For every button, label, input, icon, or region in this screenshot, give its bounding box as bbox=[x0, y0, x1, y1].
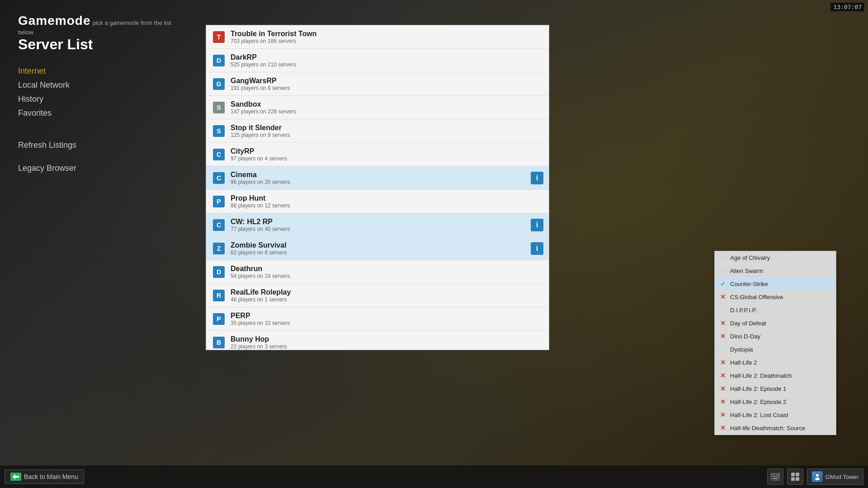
item-name: Prop Hunt bbox=[231, 194, 543, 202]
dropdown-item-label: Half-Life 2: Episode 1 bbox=[730, 385, 786, 392]
grid-icon-button[interactable] bbox=[787, 469, 803, 485]
item-icon: R bbox=[212, 288, 226, 303]
dropdown-item-label: Dino D-Day bbox=[730, 333, 760, 340]
nav-favorites[interactable]: Favorites bbox=[18, 108, 181, 118]
svg-marker-0 bbox=[13, 474, 19, 479]
dropdown-item[interactable]: ✕Half-life Deathmatch: Source bbox=[715, 422, 836, 435]
info-button[interactable]: i bbox=[531, 219, 543, 231]
item-name: GangWarsRP bbox=[231, 77, 543, 85]
item-sub: 46 players on 1 servers bbox=[231, 296, 543, 303]
item-icon: S bbox=[212, 100, 226, 115]
clock: 13:07:07 bbox=[830, 3, 864, 11]
item-sub: 22 players on 3 servers bbox=[231, 343, 543, 350]
list-item[interactable]: DDeathrun54 players on 24 servers bbox=[206, 260, 549, 284]
dropdown-item[interactable]: ✕Half-Life 2: Episode 2 bbox=[715, 395, 836, 408]
dropdown-item[interactable]: ·Alien Swarm bbox=[715, 264, 836, 277]
svg-rect-10 bbox=[776, 476, 777, 477]
item-sub: 147 players on 228 servers bbox=[231, 108, 543, 115]
back-icon bbox=[10, 473, 21, 481]
item-sub: 54 players on 24 servers bbox=[231, 273, 543, 279]
dropdown-item-icon: ✕ bbox=[718, 384, 727, 393]
dropdown-item-icon: · bbox=[718, 345, 727, 354]
list-item[interactable]: GGangWarsRP191 players on 8 servers bbox=[206, 72, 549, 96]
item-name: Stop it Slender bbox=[231, 124, 543, 132]
dropdown-item-icon: ✕ bbox=[718, 410, 727, 419]
item-icon: P bbox=[212, 194, 226, 209]
nav-history[interactable]: History bbox=[18, 94, 181, 104]
gmod-tower-button[interactable]: GMod Tower bbox=[807, 469, 863, 485]
dropdown-item[interactable]: ✕Half-Life 2: Deathmatch bbox=[715, 369, 836, 382]
svg-rect-16 bbox=[796, 477, 799, 481]
dropdown-item[interactable]: ·Age of Chivalry bbox=[715, 251, 836, 264]
svg-rect-12 bbox=[773, 478, 778, 479]
list-item[interactable]: DDarkRP525 players on 210 servers bbox=[206, 49, 549, 72]
svg-rect-15 bbox=[791, 477, 795, 481]
back-label: Back to Main Menu bbox=[24, 473, 78, 480]
item-name: Sandbox bbox=[231, 100, 543, 108]
dropdown-item[interactable]: ·Dystopia bbox=[715, 343, 836, 356]
svg-rect-5 bbox=[776, 474, 777, 475]
list-item[interactable]: CCinema96 players on 20 serversi bbox=[206, 166, 549, 190]
item-icon: D bbox=[212, 265, 226, 279]
list-item[interactable]: BBunny Hop22 players on 3 servers bbox=[206, 331, 549, 350]
dropdown-item-icon: · bbox=[718, 266, 727, 275]
dropdown-item[interactable]: ✕CS:Global Offensive bbox=[715, 291, 836, 304]
keyboard-icon-button[interactable] bbox=[767, 469, 783, 485]
dropdown-item-label: Half-Life 2: Lost Coast bbox=[730, 412, 788, 418]
dropdown-item[interactable]: ·D.I.P.P.I.P. bbox=[715, 304, 836, 317]
dropdown-item[interactable]: ✕Half-Life 2: Episode 1 bbox=[715, 382, 836, 395]
legacy-browser-button[interactable]: Legacy Browser bbox=[18, 164, 76, 173]
refresh-listings-button[interactable]: Refresh Listings bbox=[18, 141, 76, 150]
item-name: CW: HL2 RP bbox=[231, 218, 531, 226]
dropdown-item-icon: ✕ bbox=[718, 319, 727, 328]
dropdown-item-icon: ✓ bbox=[718, 279, 727, 288]
info-button[interactable]: i bbox=[531, 172, 543, 184]
nav-list: Internet Local Network History Favorites bbox=[18, 66, 181, 118]
list-item[interactable]: TTrouble in Terrorist Town703 players on… bbox=[206, 25, 549, 49]
item-sub: 191 players on 8 servers bbox=[231, 85, 543, 91]
item-name: RealLife Roleplay bbox=[231, 288, 543, 296]
dropdown-item-label: Age of Chivalry bbox=[730, 254, 770, 261]
dropdown-item[interactable]: ✕Dino D-Day bbox=[715, 330, 836, 343]
item-icon: T bbox=[212, 30, 226, 44]
nav-internet[interactable]: Internet bbox=[18, 66, 181, 76]
list-item[interactable]: RRealLife Roleplay46 players on 1 server… bbox=[206, 284, 549, 307]
dropdown-item[interactable]: ✕Half-Life 2: Lost Coast bbox=[715, 408, 836, 422]
dropdown-item-label: Day of Defeat bbox=[730, 320, 766, 327]
nav-local-network[interactable]: Local Network bbox=[18, 80, 181, 90]
dropdown-item[interactable]: ✓Counter-Strike bbox=[715, 277, 836, 291]
dropdown-item-icon: · bbox=[718, 305, 727, 314]
item-name: Zombie Survival bbox=[231, 241, 531, 249]
dropdown-item-label: Half-Life 2: Deathmatch bbox=[730, 372, 792, 379]
item-icon: S bbox=[212, 124, 226, 138]
gamemode-list[interactable]: TTrouble in Terrorist Town703 players on… bbox=[206, 25, 549, 350]
dropdown-item-label: Dystopia bbox=[730, 346, 753, 353]
svg-point-18 bbox=[815, 478, 820, 480]
dropdown-item-label: Half-Life 2: Episode 2 bbox=[730, 399, 786, 405]
item-name: Deathrun bbox=[231, 265, 543, 273]
gmod-avatar bbox=[812, 471, 823, 482]
item-icon: P bbox=[212, 312, 226, 326]
dropdown-item[interactable]: ✕Day of Defeat bbox=[715, 317, 836, 330]
item-sub: 77 players on 40 servers bbox=[231, 226, 531, 232]
gamemode-header: Gamemode pick a gamemode from the list b… bbox=[18, 14, 181, 36]
item-name: Trouble in Terrorist Town bbox=[231, 30, 543, 38]
svg-rect-14 bbox=[796, 473, 799, 476]
list-item[interactable]: CCityRP97 players on 4 servers bbox=[206, 143, 549, 166]
item-icon: D bbox=[212, 53, 226, 68]
item-sub: 97 players on 4 servers bbox=[231, 155, 543, 162]
list-item[interactable]: SStop it Slender125 players on 9 servers bbox=[206, 119, 549, 143]
list-item[interactable]: PProp Hunt88 players on 12 servers bbox=[206, 190, 549, 213]
bottom-bar: Back to Main Menu bbox=[0, 465, 868, 488]
list-item[interactable]: SSandbox147 players on 228 servers bbox=[206, 96, 549, 119]
dropdown-item[interactable]: ✕Half-Life 2 bbox=[715, 356, 836, 369]
dropdown-item-label: D.I.P.P.I.P. bbox=[730, 307, 757, 314]
list-item[interactable]: CCW: HL2 RP77 players on 40 serversi bbox=[206, 213, 549, 237]
back-to-main-menu-button[interactable]: Back to Main Menu bbox=[5, 469, 84, 484]
list-item[interactable]: PPERP35 players on 10 servers bbox=[206, 307, 549, 331]
info-button[interactable]: i bbox=[531, 242, 543, 255]
list-item[interactable]: ZZombie Survival62 players on 8 serversi bbox=[206, 237, 549, 260]
gmod-tower-label: GMod Tower bbox=[826, 474, 859, 480]
dropdown-item-icon: ✕ bbox=[718, 358, 727, 367]
svg-rect-11 bbox=[777, 476, 779, 477]
